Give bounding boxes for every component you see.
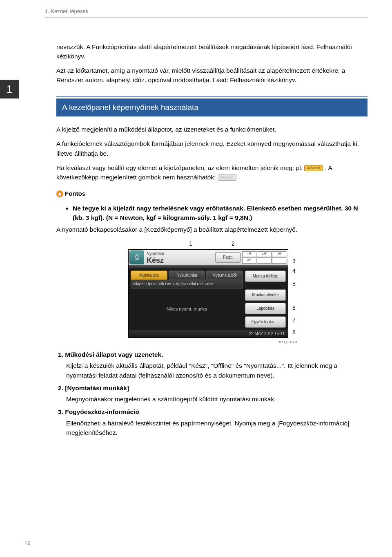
important-label: ★ Fontos (56, 189, 85, 199)
section-title-text: A kezelőpanel képernyőinek használata (56, 98, 368, 117)
callout-8: 8 (292, 329, 296, 335)
callout-6: 6 (292, 305, 296, 311)
lcd-panel: ⎙ Nyomtató Kész Fest. 1☰ 2☰ 3☰ 4☰ (128, 249, 288, 338)
body-para-1: A kijelző megjeleníti a működési állapot… (56, 125, 368, 134)
lcd-timestamp: 22 MAY 2012 15:41 (129, 330, 288, 338)
tray-3: 3☰ (272, 251, 286, 257)
callout-1: 1 (189, 239, 192, 248)
tray-6 (272, 257, 286, 264)
intro-para-2: Azt az időtartamot, amíg a nyomtató vár,… (56, 66, 368, 85)
after-important: A nyomtató bekapcsolásakor a [Kezdőképer… (56, 225, 368, 234)
figure: 1 2 ⎙ Nyomtató Kész Fest. 1☰ 2☰ (56, 239, 368, 345)
list-2-body: Megnyomásakor megjelennek a számítógéprő… (66, 394, 368, 404)
lcd-trays[interactable]: 1☰ 2☰ 3☰ 4☰ (242, 251, 286, 264)
callout-2: 2 (232, 239, 235, 248)
list-3-body: Ellenőrizheti a hátralévő festékszintet … (66, 418, 368, 438)
lcd-btn-munka-torlese[interactable]: Munka törlése (245, 271, 286, 282)
printer-icon: ⎙ (129, 251, 144, 264)
tray-5 (257, 257, 271, 264)
chapter-header: 1. Kezdeti lépések (45, 7, 368, 18)
inline-button-highlighted: Módosít (304, 165, 323, 171)
lcd-tab-nyomunka[interactable]: Nyo.munka (169, 271, 205, 280)
lcd-tab-nyomeebol[interactable]: Nyo.me.e.ből (206, 271, 243, 280)
important-text: Fontos (65, 189, 85, 199)
list-2-head: 2. [Nyomtatási munkák] (58, 383, 368, 393)
tray-2: 2☰ (257, 251, 271, 257)
figure-code: HU QCT661 (126, 340, 298, 345)
body-p3a: Ha kiválaszt vagy beállít egy elemet a k… (56, 164, 304, 171)
lcd-columns: Állapot Típus Felh.i az. Fájlnév Oldal P… (131, 280, 243, 289)
star-icon: ★ (56, 190, 63, 197)
page-number: 16 (24, 539, 30, 548)
list-1-head: 1. Működési állapot vagy üzenetek. (58, 350, 368, 359)
list-3-head: 3. Fogyóeszköz-információ (58, 407, 368, 416)
inline-button-disabled: Módosít (218, 174, 236, 181)
lcd-status: Kész (147, 257, 212, 264)
callout-4: 4 (292, 268, 296, 274)
callout-7: 7 (292, 317, 296, 323)
lcd-empty-msg: Nincs nyomt. munka (129, 289, 245, 330)
lcd-btn-munkamuvelet[interactable]: Munkaművelet (245, 289, 286, 301)
body-para-3: Ha kiválaszt vagy beállít egy elemet a k… (56, 163, 368, 182)
tray-4: 4☰ (242, 257, 256, 264)
section-heading: A kezelőpanel képernyőinek használata (56, 96, 368, 117)
tray-1: 1☰ (242, 251, 256, 257)
lcd-tab-munkalista[interactable]: Munkalista (131, 271, 167, 280)
important-bullet: Ne tegye ki a kijelzőt nagy terhelésnek … (73, 204, 368, 223)
body-p3c: . (238, 174, 240, 181)
list-1-body: Kijelzi a készülék aktuális állapotát, p… (66, 361, 368, 380)
callout-5: 5 (292, 281, 296, 287)
lcd-btn-lapdobas[interactable]: Lapdobás (245, 303, 286, 314)
lcd-fest-button[interactable]: Fest. (215, 252, 241, 263)
chapter-tab: 1 (0, 80, 19, 98)
lcd-title-small: Nyomtató (147, 251, 212, 257)
lcd-btn-egyeb[interactable]: Egyéb funkc. ... (245, 316, 286, 328)
body-para-2: A funkcióelemek választógombok formájába… (56, 139, 368, 158)
callout-3: 3 (292, 258, 296, 264)
intro-para-1: nevezzük. A Funkcióprioritás alatti alap… (56, 42, 368, 61)
